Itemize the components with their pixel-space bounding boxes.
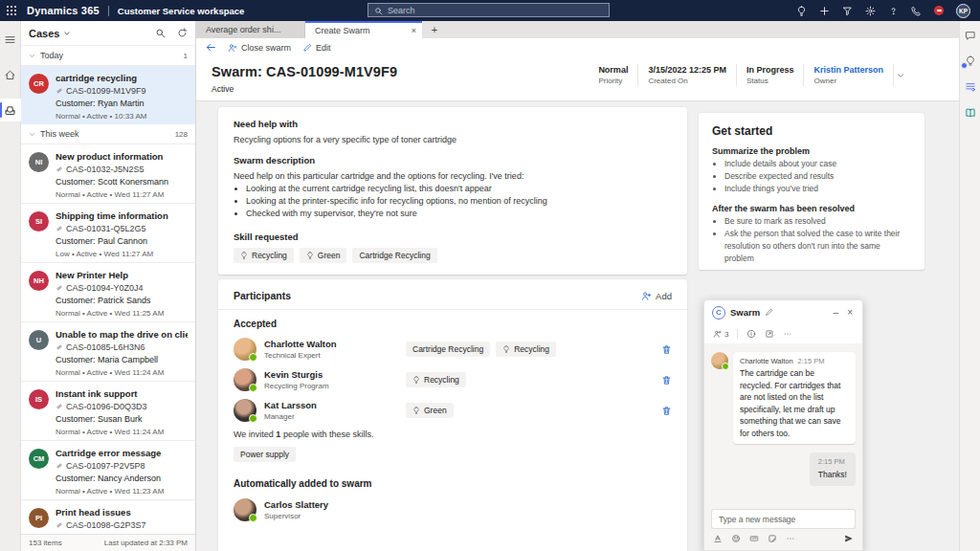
phone-icon[interactable] (911, 6, 922, 16)
new-tab-button[interactable]: + (422, 21, 447, 38)
case-lines: New Printer HelpCAS-01094-Y0Z0J4Customer… (56, 269, 188, 321)
app-name[interactable]: Customer Service workspace (118, 6, 245, 16)
need-help-label: Need help with (234, 119, 672, 130)
divider (218, 309, 687, 310)
chat-info-icon[interactable] (746, 329, 756, 339)
person-add-icon (641, 291, 652, 301)
case-group-header[interactable]: This week128 (21, 124, 195, 143)
skill-chip-label: Recycling (424, 375, 459, 385)
search-input[interactable] (388, 6, 603, 15)
participant-name: Kevin Sturgis (264, 369, 406, 381)
filter-icon[interactable] (842, 6, 853, 16)
remove-participant-button[interactable] (661, 344, 672, 355)
cases-panel: Cases Today1CRcartridge recyclingCAS-010… (21, 21, 196, 551)
rename-chat-pencil-icon[interactable] (765, 308, 773, 317)
add-icon[interactable] (819, 6, 830, 16)
participant-row: Kat LarssonManagerGreen (234, 399, 672, 422)
avatar (234, 368, 256, 391)
tab-bar: Average order shi...Create Swarm×+ (196, 21, 959, 38)
skill-chip: Cartridge Recycling (352, 248, 436, 263)
settings-icon[interactable] (865, 6, 876, 16)
rail-button-inbox[interactable] (0, 99, 21, 121)
user-avatar[interactable]: KP (956, 4, 970, 18)
remove-participant-button[interactable] (661, 375, 672, 386)
refresh-icon[interactable] (177, 28, 188, 38)
case-group-header[interactable]: Today1 (21, 46, 195, 65)
back-button[interactable] (206, 42, 216, 53)
get-started-bullets: Be sure to mark as resolvedAsk the perso… (724, 215, 911, 265)
help-icon[interactable] (888, 6, 899, 16)
chat-members-button[interactable]: 3 (713, 329, 728, 339)
case-list-item[interactable]: CMCartridge error messageCAS-01097-P2V5P… (21, 440, 195, 499)
participant-skill-chips: Green (406, 403, 661, 418)
rail-button-chat-list[interactable] (965, 81, 976, 93)
case-list-item[interactable]: CRcartridge recyclingCAS-01099-M1V9F9Cus… (21, 65, 195, 124)
case-list-item[interactable]: NHNew Printer HelpCAS-01094-Y0Z0J4Custom… (21, 262, 195, 321)
rail-button-knowledge-book[interactable] (965, 107, 976, 119)
case-meta: Normal • Active • Wed 11:27 AM (56, 189, 188, 201)
global-search[interactable] (368, 3, 610, 17)
rail-button-menu[interactable] (0, 28, 21, 51)
entity-state: Active (212, 84, 397, 94)
skill-chip-label: Cartridge Recycling (359, 251, 430, 260)
chevron-down-icon[interactable] (63, 30, 71, 37)
entity-field-priority: NormalPriority (589, 64, 638, 86)
tab-create-swarm[interactable]: Create Swarm× (305, 21, 422, 38)
rail-button-lightbulb-badge[interactable] (965, 55, 976, 67)
case-list-item[interactable]: SIShipping time informationCAS-01031-Q5L… (21, 203, 195, 262)
link-icon (56, 403, 63, 410)
close-swarm-button[interactable]: Close swarm (228, 43, 291, 53)
more-options-icon[interactable] (783, 329, 792, 339)
gif-icon[interactable]: GIF (749, 534, 759, 543)
lightbulb-icon (412, 407, 420, 414)
lightbulb-icon[interactable] (796, 6, 807, 16)
entity-field-value[interactable]: Kristin Patterson (813, 65, 883, 75)
get-started-bullets: Include details about your caseDescribe … (724, 158, 911, 195)
case-lines: Shipping time informationCAS-01031-Q5L2G… (56, 209, 188, 262)
edit-button[interactable]: Edit (302, 43, 331, 53)
case-list-item[interactable]: UUnable to map the drive on clientCAS-01… (21, 321, 195, 381)
message-time: 2:15 PM (818, 457, 847, 466)
case-list-item[interactable]: NINew product informationCAS-01032-J5N2S… (21, 143, 195, 203)
header-expand-chevron-icon[interactable] (896, 71, 905, 80)
case-customer: Customer: Ryan Martin (56, 98, 188, 111)
more-options-icon[interactable] (786, 534, 795, 543)
emoji-icon[interactable] (731, 534, 741, 543)
remove-participant-button[interactable] (661, 406, 672, 416)
add-participant-button[interactable]: Add (641, 291, 672, 301)
message-header: Charlotte Walton2:15 PM (740, 357, 849, 365)
chat-input-area (704, 503, 862, 530)
case-list-item[interactable]: ISInstant ink supportCAS-01096-D0Q3D3Cus… (21, 381, 195, 440)
tab-average-order-shi-[interactable]: Average order shi... (196, 21, 305, 38)
case-id: CAS-01031-Q5L2G5 (56, 223, 188, 236)
message-text: Thanks! (818, 469, 847, 481)
rail-button-home[interactable] (0, 63, 21, 86)
sticker-icon[interactable] (768, 534, 777, 543)
case-search-icon[interactable] (155, 28, 166, 38)
link-icon (56, 87, 63, 95)
entity-field-owner: Kristin PattersonOwner (804, 64, 894, 86)
minimize-chat-button[interactable]: – (832, 308, 841, 318)
format-icon[interactable] (713, 534, 723, 543)
get-started-section: After the swarm has been resolvedBe sure… (712, 204, 911, 265)
link-icon (56, 225, 63, 232)
send-message-icon[interactable] (844, 534, 854, 543)
tab-label: Average order shi... (206, 25, 280, 34)
waffle-menu-icon[interactable] (0, 0, 23, 21)
entity-field-value: Normal (598, 65, 628, 75)
open-in-teams-icon[interactable] (765, 329, 774, 339)
skill-chip-label: Recycling (514, 344, 549, 354)
add-participant-label: Add (656, 291, 672, 301)
skill-chip-row: RecyclingGreenCartridge Recycling (234, 248, 672, 263)
case-list-item[interactable]: PIPrint head issuesCAS-01098-G2P3S7 (21, 499, 195, 534)
tab-close-icon[interactable]: × (412, 27, 416, 35)
close-chat-button[interactable]: × (845, 308, 855, 318)
message-time: 2:15 PM (798, 357, 825, 365)
avatar (234, 498, 256, 521)
chat-message-input[interactable] (711, 509, 856, 529)
waffle-grid (7, 6, 16, 15)
rail-button-chat[interactable] (965, 30, 976, 41)
cases-panel-title[interactable]: Cases (29, 28, 59, 39)
case-id-text: CAS-01096-D0Q3D3 (66, 401, 147, 414)
case-id: CAS-01094-Y0Z0J4 (56, 282, 188, 296)
